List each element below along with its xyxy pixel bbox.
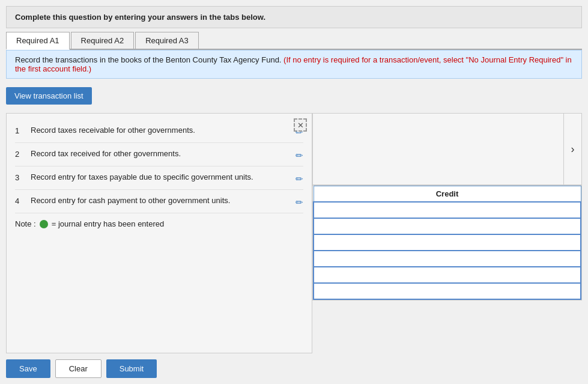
bottom-buttons: Save Clear Submit bbox=[6, 359, 582, 378]
credit-column-header: Credit bbox=[314, 186, 581, 203]
credit-input-5[interactable] bbox=[319, 270, 575, 279]
outer-container: Complete this question by entering your … bbox=[0, 0, 588, 384]
instruction-bar: Complete this question by entering your … bbox=[6, 6, 582, 28]
left-panel: ✕ 1 Record taxes receivable for other go… bbox=[6, 113, 312, 353]
view-transaction-button[interactable]: View transaction list bbox=[6, 87, 92, 105]
transaction-item-3: 3 Record entry for taxes payable due to … bbox=[15, 166, 303, 190]
transaction-text-4: Record entry for cash payment to other g… bbox=[31, 196, 289, 205]
credit-input-3[interactable] bbox=[319, 238, 575, 247]
note-text: = journal entry has been entered bbox=[52, 219, 165, 228]
table-row bbox=[314, 283, 581, 299]
credit-cell-5[interactable] bbox=[314, 267, 581, 283]
credit-cell-3[interactable] bbox=[314, 234, 581, 251]
transaction-item-4: 4 Record entry for cash payment to other… bbox=[15, 190, 303, 213]
edit-icon-3[interactable]: ✏ bbox=[296, 174, 303, 184]
table-row bbox=[314, 218, 581, 234]
transaction-text-1: Record taxes receivable for other govern… bbox=[31, 126, 289, 135]
green-dot-icon bbox=[40, 220, 48, 228]
nav-arrow[interactable]: › bbox=[564, 113, 582, 185]
right-top: › bbox=[312, 113, 582, 185]
right-panel: › Credit bbox=[312, 113, 582, 353]
transaction-text-2: Record tax received for other government… bbox=[31, 149, 289, 158]
tabs-row: Required A1 Required A2 Required A3 bbox=[6, 32, 582, 50]
credit-cell-4[interactable] bbox=[314, 251, 581, 267]
credit-cell-2[interactable] bbox=[314, 218, 581, 234]
note-row: Note : = journal entry has been entered bbox=[15, 213, 303, 233]
edit-icon-2[interactable]: ✏ bbox=[296, 150, 303, 161]
transaction-text-3: Record entry for taxes payable due to sp… bbox=[31, 172, 289, 181]
credit-input-6[interactable] bbox=[319, 287, 575, 296]
transaction-num-4: 4 bbox=[15, 196, 25, 206]
tab-required-a2[interactable]: Required A2 bbox=[71, 32, 135, 49]
credit-cell-6[interactable] bbox=[314, 283, 581, 299]
credit-table: Credit bbox=[313, 186, 581, 300]
credit-input-1[interactable] bbox=[319, 206, 575, 215]
note-label: Note : bbox=[15, 219, 36, 228]
right-top-area bbox=[312, 113, 564, 185]
drag-handle-icon[interactable]: ✕ bbox=[294, 118, 307, 132]
transaction-num-2: 2 bbox=[15, 149, 25, 159]
main-content: ✕ 1 Record taxes receivable for other go… bbox=[6, 113, 582, 353]
table-row bbox=[314, 267, 581, 283]
transaction-num-1: 1 bbox=[15, 126, 25, 135]
instruction-text: Complete this question by entering your … bbox=[15, 13, 265, 22]
transaction-item-1: 1 Record taxes receivable for other gove… bbox=[15, 120, 303, 143]
credit-cell-1[interactable] bbox=[314, 202, 581, 218]
clear-button[interactable]: Clear bbox=[55, 359, 102, 378]
transaction-num-3: 3 bbox=[15, 172, 25, 182]
info-main-text: Record the transactions in the books of … bbox=[15, 55, 281, 64]
table-row bbox=[314, 234, 581, 251]
submit-button[interactable]: Submit bbox=[106, 359, 157, 378]
edit-icon-4[interactable]: ✏ bbox=[296, 197, 303, 208]
transaction-item-2: 2 Record tax received for other governme… bbox=[15, 143, 303, 166]
info-box: Record the transactions in the books of … bbox=[6, 50, 582, 79]
table-row bbox=[314, 202, 581, 218]
tab-required-a1[interactable]: Required A1 bbox=[6, 32, 70, 50]
credit-input-2[interactable] bbox=[319, 222, 575, 231]
credit-input-4[interactable] bbox=[319, 254, 575, 263]
tab-required-a3[interactable]: Required A3 bbox=[135, 32, 199, 49]
table-row bbox=[314, 251, 581, 267]
save-button[interactable]: Save bbox=[6, 359, 50, 378]
